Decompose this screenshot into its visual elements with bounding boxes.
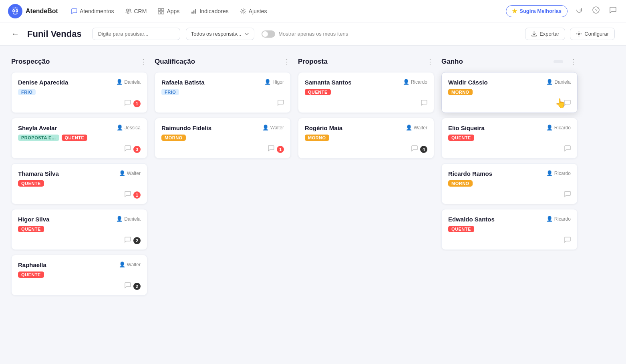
card-tags: QUENTE	[18, 180, 141, 187]
logo[interactable]: AtendeBot	[8, 4, 58, 18]
assignee-name: Daniela	[124, 79, 141, 85]
card-assignee: 👤Daniela	[116, 79, 141, 85]
card-header: Elio Siqueira👤Ricardo	[448, 125, 571, 131]
card-footer: 1	[161, 145, 284, 153]
nav-indicadores[interactable]: Indicadores	[191, 8, 228, 14]
svg-rect-10	[161, 8, 164, 11]
export-icon	[531, 31, 537, 37]
export-button[interactable]: Exportar	[525, 28, 565, 40]
card-name: Sheyla Avelar	[18, 125, 57, 131]
table-row[interactable]: Rogério Maia👤WalterMORNO4	[298, 118, 434, 159]
assignee-name: Ricardo	[411, 79, 427, 85]
comment-icon	[564, 99, 571, 108]
comment-count: 3	[133, 146, 141, 153]
comment-icon	[124, 282, 131, 290]
column-menu-prospeccao[interactable]: ⋮	[139, 57, 147, 66]
table-row[interactable]: Raphaella👤WalterQUENTE2	[11, 255, 147, 296]
svg-rect-11	[158, 12, 161, 14]
filter-dropdown[interactable]: Todos os responsáv...	[186, 28, 255, 40]
comment-count: 1	[133, 191, 141, 199]
column-prospeccao: Prospecção⋮Denise Aparecida👤DanielaFRIO1…	[11, 57, 147, 300]
comment-icon	[564, 236, 571, 245]
suggest-button[interactable]: ★ Sugira Melhorias	[506, 5, 568, 17]
card-name: Samanta Santos	[305, 79, 352, 86]
user-icon: 👤	[116, 79, 123, 85]
logo-text: AtendeBot	[26, 8, 58, 15]
nav-apps[interactable]: Apps	[158, 8, 179, 14]
card-header: Waldir Cássio👤Daniela	[448, 79, 571, 86]
nav-crm-label: CRM	[134, 8, 147, 14]
card-header: Thamara Silva👤Walter	[18, 170, 141, 177]
ajustes-icon	[240, 8, 246, 14]
svg-rect-15	[195, 9, 196, 14]
column-ganho: Ganho⋮Waldir Cássio👤DanielaMORNO👆Elio Si…	[441, 57, 578, 255]
nav-ajustes[interactable]: Ajustes	[240, 8, 267, 14]
table-row[interactable]: Rafaela Batista👤HigorFRIO	[155, 72, 291, 113]
card-name: Edwaldo Santos	[448, 216, 495, 223]
tag-morno: MORNO	[161, 135, 186, 141]
card-header: Edwaldo Santos👤Ricardo	[448, 216, 571, 223]
assignee-name: Walter	[270, 125, 284, 131]
nav-atendimentos[interactable]: Atendimentos	[71, 8, 114, 14]
table-row[interactable]: Denise Aparecida👤DanielaFRIO1	[11, 72, 147, 113]
table-row[interactable]: Edwaldo Santos👤RicardoQUENTE	[441, 209, 578, 250]
tag-morno: MORNO	[305, 135, 329, 141]
svg-text:?: ?	[595, 8, 598, 13]
refresh-button[interactable]	[574, 5, 584, 17]
tag-frio: FRIO	[18, 89, 36, 95]
help-button[interactable]: ?	[591, 5, 601, 17]
table-row[interactable]: Thamara Silva👤WalterQUENTE1	[11, 163, 147, 204]
table-row[interactable]: Elio Siqueira👤RicardoQUENTE	[441, 118, 578, 159]
card-name: Higor Silva	[18, 216, 49, 223]
card-footer: 2	[18, 282, 141, 290]
page-title: Funil Vendas	[27, 29, 82, 39]
header-right: ★ Sugira Melhorias ?	[506, 5, 618, 17]
toggle-switch[interactable]	[262, 30, 275, 38]
card-name: Denise Aparecida	[18, 79, 68, 86]
column-menu-qualificacao[interactable]: ⋮	[283, 57, 291, 66]
user-icon: 👤	[546, 170, 553, 176]
card-header: Higor Silva👤Daniela	[18, 216, 141, 223]
nav-apps-label: Apps	[167, 8, 179, 14]
comment-count: 2	[133, 283, 141, 290]
card-footer	[448, 191, 571, 199]
star-icon: ★	[512, 8, 517, 15]
messages-button[interactable]	[608, 5, 618, 17]
column-qualificacao: Qualificação⋮Rafaela Batista👤HigorFRIORa…	[155, 57, 291, 163]
nav-crm[interactable]: CRM	[125, 8, 147, 14]
config-icon	[576, 31, 582, 37]
card-assignee: 👤Higor	[264, 79, 284, 85]
card-tags: FRIO	[18, 89, 141, 95]
card-footer	[305, 99, 427, 108]
card-header: Rogério Maia👤Walter	[305, 125, 427, 131]
config-button[interactable]: Configurar	[570, 28, 615, 40]
table-row[interactable]: Raimundo Fidelis👤WalterMORNO1	[155, 118, 291, 159]
card-tags: QUENTE	[448, 226, 571, 232]
card-header: Rafaela Batista👤Higor	[161, 79, 284, 86]
table-row[interactable]: Samanta Santos👤RicardoQUENTE	[298, 72, 434, 113]
back-button[interactable]: ←	[11, 29, 19, 38]
tag-morno: MORNO	[448, 89, 473, 95]
card-name: Raphaella	[18, 261, 46, 268]
card-name: Rafaela Batista	[161, 79, 205, 86]
nav-indicadores-label: Indicadores	[199, 8, 228, 14]
table-row[interactable]: Higor Silva👤DanielaQUENTE2	[11, 209, 147, 250]
svg-point-3	[13, 10, 14, 11]
column-menu-proposta[interactable]: ⋮	[426, 57, 434, 66]
apps-icon	[158, 8, 164, 14]
filter-label: Todos os responsáv...	[191, 31, 242, 37]
comment-icon	[564, 191, 571, 199]
column-menu-ganho[interactable]: ⋮	[570, 57, 578, 66]
comment-icon	[411, 145, 418, 153]
user-icon: 👤	[546, 79, 553, 85]
comment-icon	[124, 99, 131, 108]
suggest-label: Sugira Melhorias	[519, 8, 562, 14]
table-row[interactable]: Waldir Cássio👤DanielaMORNO👆	[441, 72, 578, 113]
card-name: Raimundo Fidelis	[161, 125, 211, 131]
tag-quente: QUENTE	[18, 271, 44, 278]
search-input[interactable]	[92, 28, 180, 40]
comment-icon	[268, 145, 274, 153]
user-icon: 👤	[116, 216, 123, 222]
table-row[interactable]: Ricardo Ramos👤RicardoMORNO	[441, 163, 578, 204]
table-row[interactable]: Sheyla Avelar👤JéssicaPROPOSTA E...QUENTE…	[11, 118, 147, 159]
